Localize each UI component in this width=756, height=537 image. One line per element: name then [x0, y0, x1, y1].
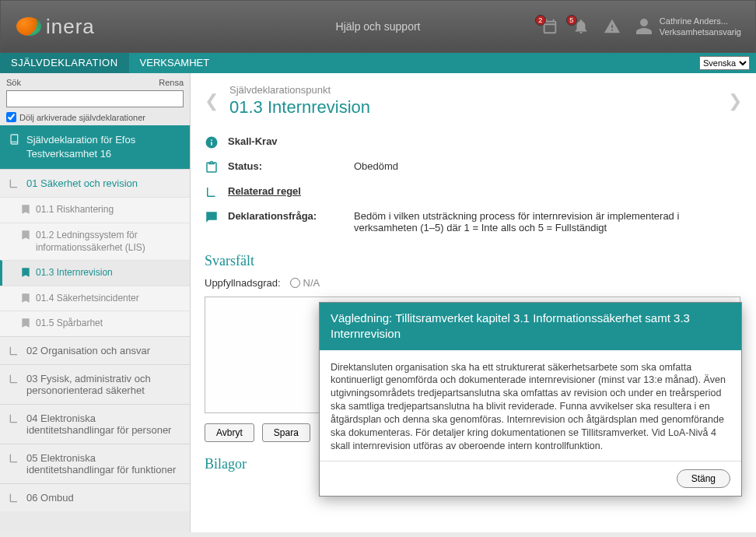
- modal-body: Direktansluten organisation ska ha ett s…: [320, 350, 741, 462]
- save-button[interactable]: Spara: [262, 423, 310, 442]
- related-rule-link[interactable]: Relaterad regel: [228, 185, 301, 197]
- app-header: inera Hjälp och support 2 5 Cathrine And…: [0, 0, 756, 53]
- sidebar-item-01-4[interactable]: 01.4 Säkerhetsincidenter: [0, 286, 190, 311]
- sidebar: Sök Rensa Dölj arkiverade självdeklarati…: [0, 73, 191, 532]
- question-label: Deklarationsfråga:: [228, 210, 345, 222]
- modal-title: Vägledning: Tillitsramverket kapitel 3.1…: [320, 303, 741, 350]
- alert-icon[interactable]: [604, 18, 621, 35]
- top-nav: SJÄLVDEKLARATION VERKSAMHET Svenska: [0, 53, 756, 73]
- question-value: Bedöm i vilken utsträckning process för …: [354, 210, 742, 233]
- status-value: Obedömd: [354, 160, 742, 172]
- sidebar-group-02[interactable]: 02 Organisation och ansvar: [0, 336, 190, 364]
- tree-root[interactable]: Självdeklaration för Efos Testverksamhet…: [0, 125, 190, 169]
- sidebar-group-03[interactable]: 03 Fysisk, administrativ och personorien…: [0, 364, 190, 404]
- sidebar-item-01-2[interactable]: 01.2 Ledningssystem för informationssäke…: [0, 223, 190, 260]
- question-icon: [205, 210, 219, 224]
- guidance-modal: Vägledning: Tillitsramverket kapitel 3.1…: [319, 302, 742, 497]
- hide-archived-input[interactable]: [6, 112, 16, 122]
- prev-arrow[interactable]: ❮: [205, 91, 219, 111]
- hide-archived-checkbox[interactable]: Dölj arkiverade självdeklarationer: [6, 112, 184, 122]
- bell-badge: 5: [566, 15, 577, 26]
- sidebar-item-01-1[interactable]: 01.1 Riskhantering: [0, 197, 190, 223]
- info-icon: [205, 135, 219, 149]
- answer-section-title: Svarsfält: [205, 253, 742, 269]
- logo-text: inera: [46, 15, 95, 39]
- bell-icon[interactable]: 5: [572, 18, 590, 35]
- requirement-label: Skall-Krav: [228, 135, 345, 147]
- cancel-button[interactable]: Avbryt: [205, 423, 254, 442]
- search-input[interactable]: [6, 90, 184, 107]
- tab-selfdeclaration[interactable]: SJÄLVDEKLARATION: [0, 53, 129, 73]
- user-menu[interactable]: Cathrine Anders... Verksamhetsansvarig: [635, 16, 741, 38]
- sidebar-group-01[interactable]: 01 Säkerhet och revision: [0, 169, 190, 197]
- modal-close-button[interactable]: Stäng: [677, 469, 730, 488]
- status-label: Status:: [228, 160, 345, 172]
- next-arrow[interactable]: ❯: [728, 91, 742, 111]
- sidebar-group-05[interactable]: 05 Elektroniska identitetshandlingar för…: [0, 444, 190, 483]
- radio-na[interactable]: N/A: [290, 277, 320, 289]
- clear-search-link[interactable]: Rensa: [159, 78, 184, 87]
- logo-mark-icon: [16, 17, 41, 36]
- rule-icon: [205, 185, 219, 199]
- calendar-icon[interactable]: 2: [541, 18, 558, 35]
- help-support-link[interactable]: Hjälp och support: [336, 20, 421, 33]
- fulfilment-label: Uppfyllnadsgrad:: [205, 277, 281, 289]
- sidebar-item-01-5[interactable]: 01.5 Spårbarhet: [0, 311, 190, 336]
- sidebar-item-01-3[interactable]: 01.3 Internrevision: [0, 260, 190, 286]
- search-label: Sök: [6, 78, 21, 87]
- sidebar-group-06[interactable]: 06 Ombud: [0, 483, 190, 511]
- language-select[interactable]: Svenska: [699, 56, 750, 70]
- status-icon: [205, 160, 219, 174]
- breadcrumb-sup: Självdeklarationspunkt: [229, 84, 370, 96]
- tab-verksamhet[interactable]: VERKSAMHET: [129, 53, 221, 73]
- user-role: Verksamhetsansvarig: [660, 26, 741, 37]
- user-name: Cathrine Anders...: [660, 16, 741, 26]
- page-title: 01.3 Internrevision: [229, 97, 370, 118]
- sidebar-group-04[interactable]: 04 Elektroniska identitetshandlingar för…: [0, 404, 190, 444]
- calendar-badge: 2: [535, 15, 546, 26]
- logo: inera: [16, 15, 95, 39]
